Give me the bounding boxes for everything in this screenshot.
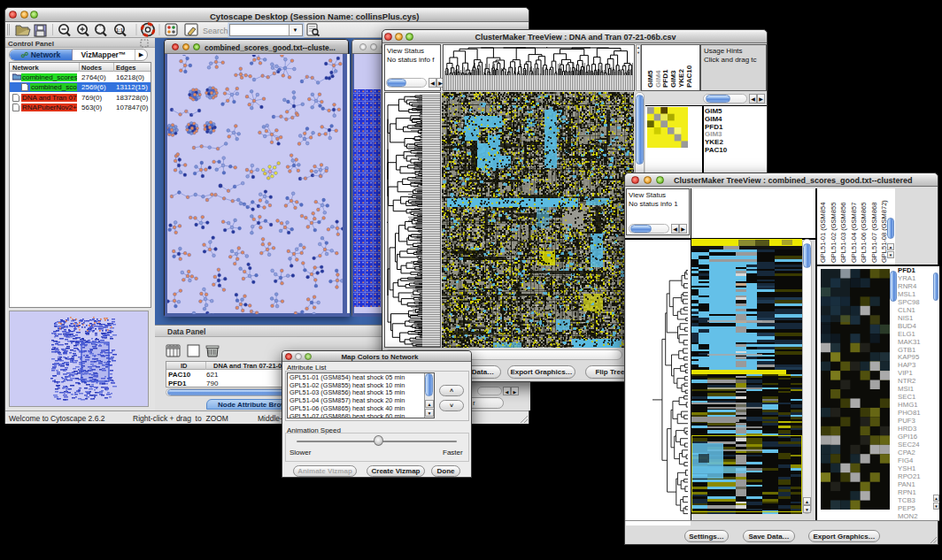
svg-text:1:1: 1:1 bbox=[116, 27, 123, 33]
